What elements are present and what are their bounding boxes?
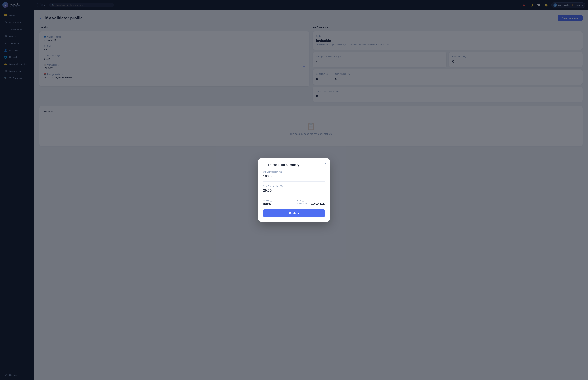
priority-column: Priority i Normal [263,199,291,205]
old-commission-field: Old Commission (%) 100.00 [263,171,325,178]
fee-transaction-label: Transaction [297,203,307,205]
priority-value: Normal [263,202,291,205]
confirm-button[interactable]: Confirm [263,209,325,217]
modal-title: Transaction summary [268,163,300,167]
transaction-summary-modal: ← Transaction summary × Old Commission (… [258,158,330,222]
fees-label: Fees [297,199,301,202]
fees-info-icon: i [302,200,304,202]
old-commission-label: Old Commission (%) [263,171,325,173]
new-commission-label: New Commission (%) [263,185,325,188]
modal-close-button[interactable]: × [324,162,326,165]
fees-row: Priority i Normal Fees i Transaction 0.0… [263,199,325,205]
modal-divider-2 [263,196,325,196]
modal-back-button[interactable]: ← [263,163,266,167]
fees-column: Fees i Transaction 0.00134 LSK [297,199,325,205]
priority-label: Priority [263,199,269,202]
fee-transaction-value: 0.00134 LSK [311,202,325,205]
new-commission-field: New Commission (%) 25.00 [263,185,325,192]
new-commission-value: 25.00 [263,189,325,192]
priority-info-icon: i [270,200,272,202]
old-commission-value: 100.00 [263,174,325,178]
modal-overlay: ← Transaction summary × Old Commission (… [0,0,588,380]
